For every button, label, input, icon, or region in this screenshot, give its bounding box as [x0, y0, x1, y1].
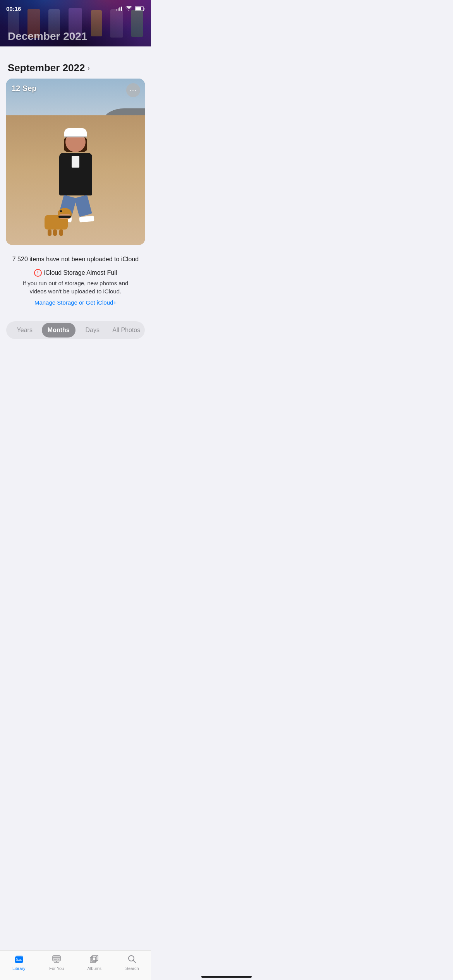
icloud-items-count: 7 520 items have not been uploaded to iC…: [8, 256, 143, 263]
tab-days[interactable]: Days: [76, 323, 110, 338]
icloud-warning-title-text: iCloud Storage Almost Full: [44, 269, 117, 276]
month-header-text: September 2022: [8, 62, 85, 74]
photo-date-badge: 12 Sep: [12, 84, 36, 93]
tab-all-photos[interactable]: All Photos: [110, 323, 144, 338]
more-dots-icon: ···: [130, 86, 137, 94]
warning-icon: !: [34, 269, 42, 277]
month-header[interactable]: September 2022 ›: [0, 54, 151, 79]
dog-figure: [45, 215, 68, 230]
tab-months[interactable]: Months: [42, 323, 76, 338]
status-bar: 00:16: [0, 0, 151, 17]
status-icons: [116, 6, 145, 11]
svg-rect-1: [118, 8, 119, 11]
icloud-manage-link[interactable]: Manage Storage or Get iCloud+: [34, 299, 117, 306]
beach-photo: [6, 79, 145, 245]
hero-date: December 2021: [8, 30, 87, 43]
more-button[interactable]: ···: [126, 83, 140, 97]
wifi-icon: [125, 6, 132, 11]
svg-rect-0: [116, 9, 117, 11]
icloud-warning-header: ! iCloud Storage Almost Full: [34, 269, 117, 277]
svg-rect-3: [121, 7, 122, 11]
icloud-section: 7 520 items have not been uploaded to iC…: [0, 245, 151, 312]
signal-icon: [116, 6, 123, 11]
section-gap: [0, 46, 151, 54]
icloud-warning: ! iCloud Storage Almost Full If you run …: [8, 269, 143, 306]
svg-rect-5: [144, 8, 145, 10]
tab-years[interactable]: Years: [8, 323, 42, 338]
chevron-right-icon: ›: [87, 63, 90, 72]
icloud-warning-description: If you run out of storage, new photos an…: [17, 279, 134, 295]
status-time: 00:16: [6, 5, 21, 12]
photo-card[interactable]: 12 Sep ···: [6, 79, 145, 245]
view-tabs: Years Months Days All Photos: [6, 321, 145, 339]
bottom-spacer: [0, 339, 151, 378]
battery-icon: [135, 6, 145, 11]
svg-rect-6: [136, 7, 141, 10]
svg-rect-2: [119, 7, 120, 11]
